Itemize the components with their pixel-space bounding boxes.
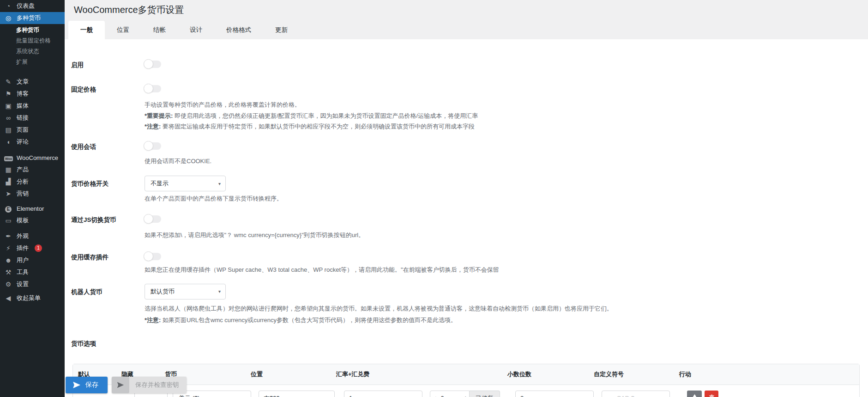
pin-icon: ✎ [4, 78, 12, 86]
save-check-key-button[interactable]: 保存并检查密钥 [112, 377, 187, 393]
elementor-icon: E [4, 205, 12, 213]
position-input[interactable] [259, 391, 335, 397]
fee-stepper[interactable]: + 0 ▴ ▾ [430, 391, 470, 397]
sidebar-item-links[interactable]: ∞ 链接 [0, 112, 65, 124]
rate-fee-cell: + 0 ▴ ▾ 已修复 [339, 391, 510, 397]
toggle-knob [144, 59, 153, 69]
sidebar-item-users[interactable]: ☻ 用户 [0, 254, 65, 266]
decimals-cell [510, 391, 597, 397]
sidebar-item-label: 设置 [17, 280, 29, 288]
cache-plugin-toggle[interactable] [145, 253, 161, 260]
submenu-item-bulk-fixed-price[interactable]: 批量固定价格 [16, 36, 65, 46]
toggle-knob [144, 214, 153, 224]
fixed-rate-button[interactable]: 已修复 [470, 391, 500, 397]
enable-toggle[interactable] [145, 61, 161, 68]
fee-value: 0 [441, 395, 444, 397]
sidebar-item-label: 收起菜单 [17, 294, 41, 302]
table-header-row: 默认 隐藏 货币 位置 汇率+汇兑费 小数位数 自定义符号 行动 [73, 364, 859, 385]
link-icon: ∞ [4, 114, 12, 122]
tab-general[interactable]: 一般 [68, 21, 105, 39]
setting-row-price-switcher: 货币价格开关 不显示 ▾ 在单个产品页面中的产品价格下显示货币转换程序。 [71, 176, 868, 203]
currency-options-table: 默认 隐藏 货币 位置 汇率+汇兑费 小数位数 自定义符号 行动 美元 ($) … [72, 364, 860, 397]
use-session-toggle[interactable] [145, 142, 161, 150]
select-value: 美元 ($) [179, 394, 200, 397]
rate-input[interactable] [344, 391, 422, 397]
sidebar-item-woocommerce[interactable]: Woo WooCommerce [0, 152, 65, 164]
symbol-cell [597, 391, 682, 397]
sidebar-item-elementor[interactable]: E Elementor [0, 202, 65, 214]
sidebar-item-label: WooCommerce [17, 154, 58, 161]
multi-currency-icon: ◎ [4, 14, 12, 22]
toggle-knob [144, 141, 153, 151]
price-switcher-select[interactable]: 不显示 ▾ [145, 176, 226, 191]
woocommerce-icon: Woo [4, 154, 12, 161]
sidebar-item-label: 模板 [17, 216, 29, 225]
paper-plane-iconbox [112, 377, 129, 393]
sidebar-item-multi-currency[interactable]: ◎ 多种货币 [0, 12, 65, 24]
settings-tabs: 一般 位置 结帐 设计 价格格式 更新 [68, 21, 868, 39]
description-emphasis: *注意: [145, 317, 161, 324]
sidebar-item-templates[interactable]: ▭ 模板 [0, 214, 65, 226]
plus-icon: + [434, 395, 438, 397]
woo-badge: Woo [4, 156, 13, 161]
save-button[interactable]: 保存 [66, 377, 108, 393]
sidebar-item-media[interactable]: ▣ 媒体 [0, 100, 65, 112]
sidebar-item-analytics[interactable]: ▟ 分析 [0, 176, 65, 188]
setting-label: 启用 [71, 61, 145, 69]
tab-update[interactable]: 更新 [263, 21, 300, 39]
setting-description: 手动设置每种货币的产品价格，此价格将覆盖计算的价格。 [145, 100, 868, 110]
setting-row-cache-plugin: 使用缓存插件 如果您正在使用缓存插件（WP Super cache、W3 tot… [71, 253, 868, 275]
sidebar-item-products[interactable]: ▦ 产品 [0, 164, 65, 176]
description-text: 如果页面URL包含wmc currency或currency参数（包含大写货币代… [161, 317, 457, 324]
sidebar-item-label: 博客 [17, 90, 29, 98]
sidebar-item-blog[interactable]: ⚑ 博客 [0, 88, 65, 100]
tab-price-format[interactable]: 价格格式 [214, 21, 263, 39]
sidebar-item-appearance[interactable]: ✒ 外观 [0, 230, 65, 242]
decimals-input[interactable] [515, 391, 594, 397]
bot-currency-select[interactable]: 默认货币 ▾ [145, 284, 226, 299]
collapse-arrow-icon: ◀ [4, 294, 12, 302]
fee-group: + 0 ▴ ▾ 已修复 [430, 391, 500, 397]
tab-design[interactable]: 设计 [178, 21, 214, 39]
setting-description: *重要提示: 即使启用此选项，您仍然必须正确更新/配置货币汇率，因为如果未为货币… [145, 111, 868, 121]
sidebar-item-label: 外观 [17, 232, 29, 240]
sidebar-item-label: 评论 [17, 138, 29, 146]
sidebar-item-plugins[interactable]: ⚡ 插件 1 [0, 242, 65, 254]
user-icon: ☻ [4, 257, 12, 264]
custom-symbol-input[interactable] [602, 391, 670, 397]
brush-icon: ✒ [4, 232, 12, 240]
description-text: 即使启用此选项，您仍然必须正确更新/配置货币汇率，因为如果未为货币设置固定产品价… [173, 112, 478, 119]
tab-location[interactable]: 位置 [105, 21, 141, 39]
sidebar-item-posts[interactable]: ✎ 文章 [0, 76, 65, 88]
fixed-price-toggle[interactable] [145, 85, 161, 92]
plugin-icon: ⚡ [4, 244, 12, 252]
stepper-arrows[interactable]: ▴ ▾ [464, 396, 466, 397]
sidebar-item-label: 仪表盘 [17, 2, 35, 10]
setting-label: 固定价格 [71, 85, 145, 131]
sidebar-item-tools[interactable]: ⚒ 工具 [0, 266, 65, 278]
setting-label: 通过JS切换货币 [71, 215, 145, 240]
menu-separator [0, 148, 65, 152]
js-switch-toggle[interactable] [145, 215, 161, 223]
table-row: 美元 ($) ▾ + 0 ▴ ▾ [73, 385, 859, 397]
chevron-down-icon: ▾ [218, 289, 221, 294]
admin-sidebar: ◔ 仪表盘 ◎ 多种货币 多种货币 批量固定价格 系统状态 扩展 ✎ 文章 ⚑ … [0, 0, 65, 397]
delete-currency-button[interactable] [705, 391, 718, 397]
update-rate-button[interactable] [687, 391, 702, 397]
tab-checkout[interactable]: 结帐 [141, 21, 178, 39]
submenu-item-system-status[interactable]: 系统状态 [16, 46, 65, 57]
wrench-icon: ⚒ [4, 269, 12, 276]
sidebar-item-settings[interactable]: ⚙ 设置 [0, 278, 65, 290]
submenu-item-multi-currency[interactable]: 多种货币 [16, 25, 65, 36]
pages-icon: ▤ [4, 126, 12, 134]
setting-label: 货币价格开关 [71, 176, 145, 203]
submenu-item-extensions[interactable]: 扩展 [16, 57, 65, 67]
column-header-rate-fee: 汇率+汇兑费 [331, 370, 502, 379]
setting-row-js-switch: 通过JS切换货币 如果不想添加\，请启用此选项"？ wmc currency={… [71, 215, 868, 240]
sidebar-item-collapse-menu[interactable]: ◀ 收起菜单 [0, 292, 65, 304]
sidebar-item-comments[interactable]: ◖ 评论 [0, 136, 65, 148]
comments-icon: ◖ [4, 138, 12, 146]
sidebar-item-dashboard[interactable]: ◔ 仪表盘 [0, 0, 65, 12]
sidebar-item-marketing[interactable]: ➤ 营销 [0, 188, 65, 200]
sidebar-item-pages[interactable]: ▤ 页面 [0, 124, 65, 136]
